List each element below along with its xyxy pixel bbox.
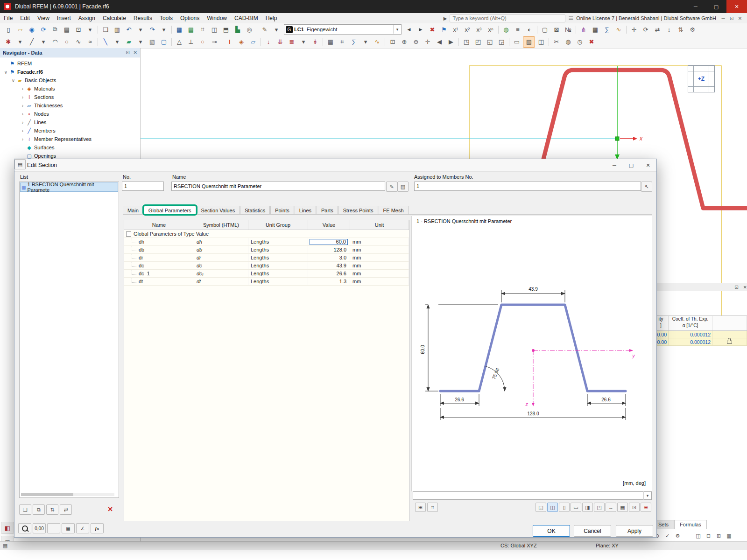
transfer-button[interactable]: ⇄: [60, 504, 72, 515]
undo-icon[interactable]: ↶: [123, 24, 134, 35]
previous-load-case-button[interactable]: ◀: [403, 24, 415, 35]
mesh-icon[interactable]: ▦: [590, 24, 601, 35]
result-x2-icon[interactable]: x²: [462, 24, 473, 35]
parameter-value-cell[interactable]: 3.0: [308, 254, 350, 261]
scrollbar-thumb[interactable]: [21, 493, 73, 496]
view-cube-z-label[interactable]: +Z: [694, 71, 709, 86]
visibility-icon[interactable]: ◍: [500, 24, 512, 35]
nodal-load-icon[interactable]: ↓: [263, 37, 274, 47]
menu-item[interactable]: Edit: [16, 14, 34, 23]
dialog-title-bar[interactable]: Edit Section ─▢✕: [14, 159, 656, 172]
new-line-icon[interactable]: ╱: [26, 37, 37, 47]
view-top-button[interactable]: ▭: [571, 503, 581, 512]
results-toggle-icon[interactable]: ∿: [372, 37, 383, 47]
new-hinge-icon[interactable]: ○: [197, 37, 208, 47]
print-dd-icon[interactable]: ▾: [85, 24, 96, 35]
menu-item[interactable]: Insert: [53, 14, 75, 23]
library-button[interactable]: ▤: [14, 159, 26, 169]
chevron-down-icon[interactable]: ▾: [393, 25, 401, 34]
print-icon[interactable]: ⊡: [73, 24, 84, 35]
member-dd-icon[interactable]: ▾: [112, 37, 123, 47]
new-solid-icon[interactable]: ▧: [147, 37, 158, 47]
column-header-symbol[interactable]: Symbol (HTML): [194, 220, 248, 230]
spacer[interactable]: [684, 532, 692, 540]
save-icon[interactable]: ▤: [61, 24, 72, 35]
results-icon[interactable]: ∿: [613, 24, 624, 35]
float-panel-icon[interactable]: ⊡: [734, 285, 738, 290]
parameter-value-cell[interactable]: 43.9: [308, 262, 350, 269]
result-x1-icon[interactable]: x¹: [450, 24, 461, 35]
lc-flag-icon[interactable]: ⚑: [438, 24, 450, 35]
new-node-icon[interactable]: ✱: [3, 37, 14, 47]
expander-icon[interactable]: ∨: [10, 78, 16, 83]
delete-section-button[interactable]: ✕: [103, 504, 117, 514]
new-node-support-icon[interactable]: △: [174, 37, 185, 47]
view-cube[interactable]: +Z: [688, 65, 715, 92]
free-load-icon[interactable]: ↡: [310, 37, 321, 47]
parameter-row[interactable]: dc dc Lengths 43.9 mm: [124, 262, 409, 270]
move-icon[interactable]: ✛: [628, 24, 640, 35]
menu-item[interactable]: Calculate: [99, 14, 130, 23]
copy-section-button[interactable]: ⧉: [33, 504, 45, 515]
area-load-icon[interactable]: ≣: [286, 37, 297, 47]
column-header-unit[interactable]: Unit: [350, 220, 409, 230]
menu-item[interactable]: Help: [262, 14, 281, 23]
blank-style-button[interactable]: [47, 523, 60, 533]
find-button[interactable]: [18, 523, 31, 533]
load-case-combo[interactable]: G LC1 Eigengewicht ▾: [284, 24, 402, 35]
calculate-icon[interactable]: ∑: [601, 24, 613, 35]
sync-model-icon[interactable]: ⟳: [38, 24, 49, 35]
view-z-icon[interactable]: ◲: [496, 37, 507, 47]
tab-global-parameters[interactable]: Global Parameters: [144, 206, 196, 214]
ok-button[interactable]: OK: [533, 525, 570, 537]
new-material-icon[interactable]: ◈: [236, 37, 247, 47]
expander-icon[interactable]: ›: [20, 128, 26, 133]
expander-icon[interactable]: ›: [20, 86, 26, 91]
parameter-value-cell[interactable]: 26.6: [308, 270, 350, 277]
numbering-icon[interactable]: №: [563, 24, 574, 35]
new-line-support-icon[interactable]: ⊥: [185, 37, 197, 47]
table-row[interactable]: 50.00 0.000012: [654, 331, 747, 338]
cancel-button[interactable]: Cancel: [574, 525, 611, 537]
next-load-case-button[interactable]: ▶: [415, 24, 426, 35]
mdi-close-button[interactable]: ✕: [736, 14, 744, 22]
align-icon[interactable]: ⇅: [675, 24, 686, 35]
maximize-button[interactable]: ▢: [706, 0, 726, 13]
tab-formulas[interactable]: Formulas: [674, 520, 707, 529]
expander-icon[interactable]: ∨: [3, 70, 9, 75]
origin-node[interactable]: [615, 137, 619, 140]
layout-four-icon[interactable]: ▦: [725, 532, 733, 540]
parameter-row[interactable]: dt dt Lengths 1.3 mm: [124, 278, 409, 286]
line-load-icon[interactable]: ⇊: [275, 37, 286, 47]
settings-icon[interactable]: ⚙: [687, 24, 698, 35]
column-header-unit-group[interactable]: Unit Group: [248, 220, 308, 230]
new-window-icon[interactable]: ⧉: [49, 24, 61, 35]
command-list-icon[interactable]: ☰: [568, 15, 573, 21]
view-cube-cell[interactable]: [688, 87, 693, 92]
view-cube-cell[interactable]: [688, 71, 693, 86]
view-cube-cell[interactable]: [694, 87, 709, 92]
view-y-icon[interactable]: ◱: [484, 37, 495, 47]
layout-three-icon[interactable]: ⊞: [714, 532, 723, 540]
tab-main[interactable]: Main: [123, 206, 143, 214]
parameter-row[interactable]: dr dr Lengths 3.0 mm: [124, 254, 409, 262]
pattern-style-button[interactable]: ▦: [62, 523, 75, 533]
select-special-icon[interactable]: ⊠: [551, 24, 562, 35]
select-box-icon[interactable]: ▢: [539, 24, 550, 35]
zoom-window-icon[interactable]: ⊡: [387, 37, 398, 47]
dialog-close-button[interactable]: ✕: [640, 160, 656, 171]
paste-icon[interactable]: ▥: [112, 24, 123, 35]
mdi-minimize-button[interactable]: ─: [719, 14, 727, 22]
expander-icon[interactable]: ›: [20, 137, 26, 142]
menu-item[interactable]: Tools: [156, 14, 176, 23]
sort-button[interactable]: ⇅: [46, 504, 58, 515]
generate-mesh-icon[interactable]: ⌗: [337, 37, 348, 47]
column-header-value[interactable]: Value: [308, 220, 350, 230]
parameter-value-cell[interactable]: 128.0: [308, 246, 350, 253]
view-direction-button[interactable]: ◱: [536, 503, 546, 512]
layers-icon[interactable]: ≡: [512, 24, 523, 35]
tree-item-thicknesses[interactable]: › ▱ Thicknesses: [0, 101, 140, 110]
pan-icon[interactable]: ✛: [422, 37, 433, 47]
tree-item-member-representatives[interactable]: › ≀ Member Representatives: [0, 135, 140, 143]
new-spline-icon[interactable]: ∿: [73, 37, 84, 47]
